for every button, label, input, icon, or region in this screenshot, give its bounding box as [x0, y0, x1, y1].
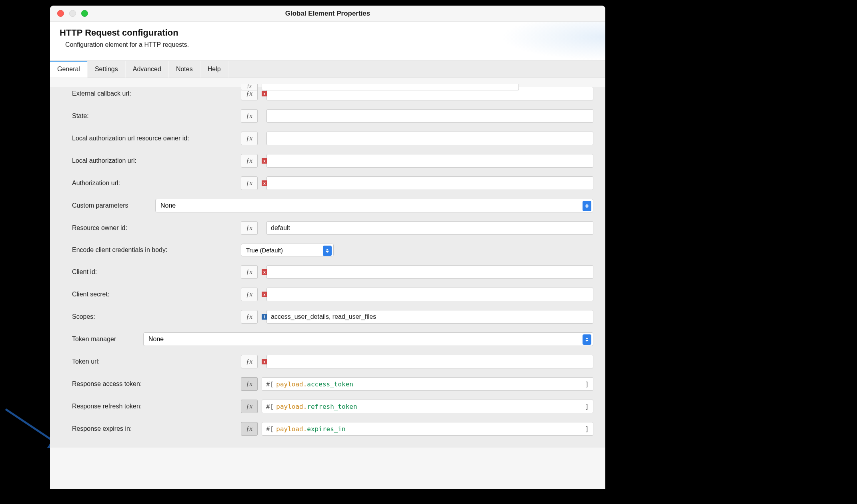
- page-title: HTTP Request configuration: [60, 28, 596, 38]
- label-external-callback-url: External callback url:: [72, 90, 241, 97]
- input-resource-owner-id[interactable]: [266, 221, 593, 235]
- close-window-button[interactable]: [57, 10, 64, 17]
- select-encode-client-creds[interactable]: True (Default): [241, 244, 334, 256]
- row-local-auth-url: Local authorization url: ƒx x: [72, 154, 593, 168]
- input-state[interactable]: [266, 109, 593, 123]
- expr-suffix: ]: [585, 380, 589, 388]
- label-response-refresh-token: Response refresh token:: [72, 403, 241, 410]
- error-icon: x: [262, 359, 267, 364]
- partial-input[interactable]: [262, 84, 519, 90]
- fx-button[interactable]: ƒx: [241, 132, 258, 145]
- expr-dot: .: [303, 403, 307, 410]
- zoom-window-button[interactable]: [81, 10, 88, 17]
- label-scopes: Scopes:: [72, 313, 241, 320]
- dialog-window: Global Element Properties HTTP Request c…: [50, 6, 605, 489]
- label-authorization-url: Authorization url:: [72, 180, 241, 187]
- fx-button[interactable]: ƒx: [241, 288, 258, 301]
- form-panel: ƒx External callback url: ƒx x State: ƒx…: [50, 87, 605, 448]
- fx-button[interactable]: ƒx: [241, 154, 258, 168]
- row-token-url: Token url: ƒx x: [72, 355, 593, 368]
- label-response-expires-in: Response expires in:: [72, 425, 241, 432]
- row-client-id: Client id: ƒx x: [72, 265, 593, 279]
- input-response-expires-in[interactable]: #[ payload . expires_in ]: [262, 422, 593, 436]
- fx-button[interactable]: ƒx: [241, 265, 258, 279]
- label-token-manager: Token manager: [72, 336, 143, 343]
- label-local-auth-url: Local authorization url:: [72, 157, 241, 164]
- label-token-url: Token url:: [72, 358, 241, 365]
- chevron-updown-icon: [583, 334, 591, 345]
- fx-button[interactable]: ƒx: [241, 221, 258, 235]
- tab-advanced[interactable]: Advanced: [126, 61, 169, 78]
- input-local-auth-url-owner[interactable]: [266, 132, 593, 145]
- expr-dot: .: [303, 380, 307, 388]
- expr-prefix: #[: [266, 403, 274, 410]
- chevron-updown-icon: [323, 246, 332, 256]
- fx-button[interactable]: ƒx: [241, 377, 258, 391]
- fx-button[interactable]: ƒx: [241, 422, 258, 436]
- row-local-auth-url-owner: Local authorization url resource owner i…: [72, 132, 593, 145]
- tab-settings[interactable]: Settings: [88, 61, 126, 78]
- expr-prop: access_token: [307, 380, 353, 388]
- row-response-access-token: Response access token: ƒx #[ payload . a…: [72, 377, 593, 391]
- input-token-url[interactable]: [266, 355, 593, 368]
- row-scopes: Scopes: ƒx i: [72, 310, 593, 324]
- label-client-id: Client id:: [72, 268, 241, 276]
- label-local-auth-url-owner: Local authorization url resource owner i…: [72, 135, 241, 142]
- expr-obj: payload: [276, 425, 303, 433]
- expr-prefix: #[: [266, 380, 274, 388]
- row-response-expires-in: Response expires in: ƒx #[ payload . exp…: [72, 422, 593, 436]
- select-token-manager[interactable]: None: [143, 332, 593, 346]
- label-custom-parameters: Custom parameters: [72, 202, 155, 209]
- row-encode-client-creds: Encode client credentials in body: True …: [72, 244, 593, 256]
- expr-obj: payload: [276, 403, 303, 410]
- tab-help[interactable]: Help: [200, 61, 228, 78]
- label-state: State:: [72, 112, 241, 120]
- expr-obj: payload: [276, 380, 303, 388]
- label-resource-owner-id: Resource owner id:: [72, 224, 241, 232]
- window-controls: [57, 10, 88, 17]
- row-response-refresh-token: Response refresh token: ƒx #[ payload . …: [72, 400, 593, 413]
- fx-button[interactable]: ƒx: [241, 109, 258, 123]
- row-client-secret: Client secret: ƒx x: [72, 288, 593, 301]
- label-encode-client-creds: Encode client credentials in body:: [72, 246, 241, 254]
- label-response-access-token: Response access token:: [72, 380, 241, 388]
- input-response-access-token[interactable]: #[ payload . access_token ]: [262, 377, 593, 391]
- row-authorization-url: Authorization url: ƒx x: [72, 176, 593, 190]
- row-state: State: ƒx: [72, 109, 593, 123]
- expr-dot: .: [303, 425, 307, 433]
- fx-button[interactable]: ƒx: [241, 310, 258, 324]
- row-token-manager: Token manager None: [72, 332, 593, 346]
- label-client-secret: Client secret:: [72, 291, 241, 298]
- fx-button[interactable]: ƒx: [241, 176, 258, 190]
- tab-general[interactable]: General: [50, 60, 88, 78]
- input-local-auth-url[interactable]: [266, 154, 593, 168]
- expr-suffix: ]: [585, 403, 589, 410]
- expr-prop: expires_in: [307, 425, 345, 433]
- expr-suffix: ]: [585, 425, 589, 433]
- input-authorization-url[interactable]: [266, 176, 593, 190]
- expr-prefix: #[: [266, 425, 274, 433]
- chevron-updown-icon: [583, 201, 591, 211]
- minimize-window-button[interactable]: [69, 10, 76, 17]
- tab-bar: General Settings Advanced Notes Help: [50, 61, 605, 78]
- select-custom-parameters[interactable]: None: [155, 199, 593, 212]
- error-icon: x: [262, 158, 267, 164]
- tab-notes[interactable]: Notes: [169, 61, 200, 78]
- input-client-id[interactable]: [266, 265, 593, 279]
- input-scopes[interactable]: [266, 310, 593, 324]
- fx-button-partial[interactable]: ƒx: [241, 84, 258, 90]
- error-icon: x: [262, 269, 267, 275]
- input-client-secret[interactable]: [266, 288, 593, 301]
- page-subtitle: Configuration element for a HTTP request…: [60, 41, 596, 48]
- error-icon: x: [262, 91, 267, 96]
- select-value: None: [160, 202, 176, 209]
- fx-button[interactable]: ƒx: [241, 400, 258, 413]
- info-icon: i: [262, 314, 267, 320]
- row-custom-parameters: Custom parameters None: [72, 199, 593, 212]
- error-icon: x: [262, 292, 267, 297]
- fx-button[interactable]: ƒx: [241, 355, 258, 368]
- input-response-refresh-token[interactable]: #[ payload . refresh_token ]: [262, 400, 593, 413]
- error-icon: x: [262, 180, 267, 186]
- row-resource-owner-id: Resource owner id: ƒx: [72, 221, 593, 235]
- select-value: True (Default): [246, 247, 283, 254]
